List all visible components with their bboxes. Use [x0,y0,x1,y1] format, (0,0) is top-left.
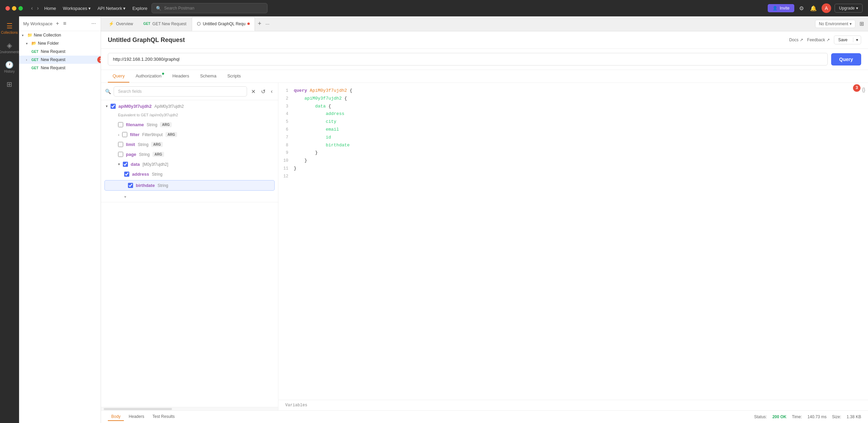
code-content: apiM0y3f7ujdh2 { [294,95,347,102]
tab-scripts[interactable]: Scripts [222,70,246,83]
notifications-button[interactable]: 🔔 [809,4,818,13]
refresh-button[interactable]: ↺ [260,87,267,96]
size-value: 1.38 KB [847,414,861,419]
environment-selector[interactable]: No Environment ▾ [815,20,855,28]
tab-schema[interactable]: Schema [195,70,221,83]
search-icon: 🔍 [105,89,111,94]
code-line: 1 query ApiM0y3f7ujdh2 { [278,87,868,95]
sidebar-item-more[interactable]: ⊞ [5,77,14,91]
docs-link[interactable]: Docs ↗ [789,38,803,42]
expand-arrow: › [26,58,30,62]
panel-header: My Workspace + ≡ ··· [19,16,101,31]
request-name: New Request [41,65,66,70]
search-bar[interactable]: 🔍 [151,3,267,13]
url-input[interactable] [108,53,828,65]
tab-overview[interactable]: ⚡ Overview [104,16,138,31]
graphql-icon: ⬡ [197,21,201,26]
search-input[interactable] [164,6,263,11]
save-button[interactable]: Save ▾ [834,35,861,44]
graphql-explorer: 1 🔍 ✕ ↺ ‹ ▾ [101,83,278,410]
field-item-limit[interactable]: limit String ARG [101,140,278,149]
clear-button[interactable]: ✕ [250,87,257,96]
more-options-button[interactable]: ··· [91,20,97,27]
variables-panel: Variables [278,400,868,410]
field-item-birthdate[interactable]: birthdate String [104,180,275,191]
tab-authorization[interactable]: Authorization [131,70,166,83]
method-badge: GET [31,66,39,70]
limit-checkbox[interactable] [118,142,123,147]
field-item-data[interactable]: ▾ data [M0y3f7ujdh2] [101,159,278,169]
new-collection-button[interactable]: + [55,20,60,27]
format-button[interactable]: {} [861,86,867,94]
sidebar-item-history[interactable]: 🕐 History [3,58,16,76]
add-tab-button[interactable]: + [256,19,263,29]
field-type: String [139,152,149,157]
request-area: Untitled GraphQL Request Docs ↗ Feedback… [101,31,868,423]
nav-workspaces[interactable]: Workspaces ▾ [63,6,90,11]
method-badge: GET [143,22,150,26]
field-type: String [138,142,148,147]
filter-button[interactable]: ≡ [62,20,67,27]
line-number: 9 [278,150,294,156]
sidebar-item-collections[interactable]: ☰ Collections [0,19,19,37]
field-item-page[interactable]: page String ARG [101,149,278,159]
field-item-address[interactable]: address String [101,169,278,179]
main-content: ⚡ Overview GET GET New Request ⬡ Untitle… [101,16,868,423]
api-header[interactable]: ▾ apiM0y3f7ujdh2 ApiM0y3f7ujdh2 [101,100,278,112]
list-item[interactable]: GET New Request [19,47,101,56]
birthdate-checkbox[interactable] [128,183,133,188]
nav-api-network[interactable]: API Network ▾ [98,6,126,11]
tab-test-results[interactable]: Test Results [149,413,178,421]
settings-button[interactable]: ⚙ [798,4,805,13]
tab-query[interactable]: Query [108,70,129,83]
tab-headers-response[interactable]: Headers [125,413,147,421]
folder-item[interactable]: ▾ 📂 New Folder [19,39,101,47]
address-checkbox[interactable] [124,172,129,177]
filename-checkbox[interactable] [118,122,123,127]
layout-button[interactable]: ⊞ [858,19,865,28]
minimize-button[interactable] [12,6,16,11]
scrollbar-thumb[interactable] [104,408,172,410]
feedback-link[interactable]: Feedback ↗ [807,38,830,42]
tab-graphql[interactable]: ⬡ Untitled GraphQL Requ [192,16,255,31]
page-checkbox[interactable] [118,152,123,157]
collapse-button[interactable]: ‹ [270,87,274,96]
maximize-button[interactable] [18,6,23,11]
code-line: 2 apiM0y3f7ujdh2 { [278,95,868,103]
field-item-filename[interactable]: filename String ARG [101,120,278,130]
tab-body[interactable]: Body [108,413,124,421]
time-value: 140.73 ms [808,414,827,419]
list-item[interactable]: › GET New Request 2 [19,56,101,64]
api-checkbox[interactable] [111,104,116,109]
api-name: apiM0y3f7ujdh2 [118,104,152,109]
search-input[interactable] [114,86,247,97]
tab-more-button[interactable]: ··· [264,20,271,28]
collection-icon: 📁 [27,33,32,38]
editor-actions: {} [861,86,867,94]
list-item[interactable]: GET New Request [19,64,101,72]
tab-headers[interactable]: Headers [168,70,194,83]
collection-item[interactable]: ▾ 📁 New Collection [19,31,101,39]
avatar[interactable]: A [822,3,831,13]
horizontal-scrollbar[interactable] [101,407,278,410]
forward-button[interactable]: › [35,4,40,13]
code-area[interactable]: 1 query ApiM0y3f7ujdh2 { 2 apiM0y3f7ujdh… [278,83,868,400]
upgrade-button[interactable]: Upgrade ▾ [835,4,863,13]
code-content: id [294,134,331,141]
nav-home[interactable]: Home [44,6,56,11]
back-button[interactable]: ‹ [30,4,34,13]
sidebar-item-environments[interactable]: ◈ Environments [0,39,21,57]
query-button[interactable]: Query [831,53,861,65]
invite-button[interactable]: 👤 Invite [768,4,794,12]
titlebar-right: 👤 Invite ⚙ 🔔 A Upgrade ▾ [768,3,863,13]
close-button[interactable] [5,6,10,11]
data-checkbox[interactable] [123,162,128,167]
tab-get-request[interactable]: GET GET New Request [139,16,191,31]
save-dropdown-arrow[interactable]: ▾ [853,38,861,42]
field-item-filter[interactable]: › filter Filter9Input ARG [101,130,278,140]
line-number: 3 [278,103,294,110]
nav-explore[interactable]: Explore [132,6,147,11]
folder-icon: 📂 [31,41,37,46]
filter-checkbox[interactable] [122,132,127,137]
app-container: ☰ Collections ◈ Environments 🕐 History ⊞… [0,16,868,423]
